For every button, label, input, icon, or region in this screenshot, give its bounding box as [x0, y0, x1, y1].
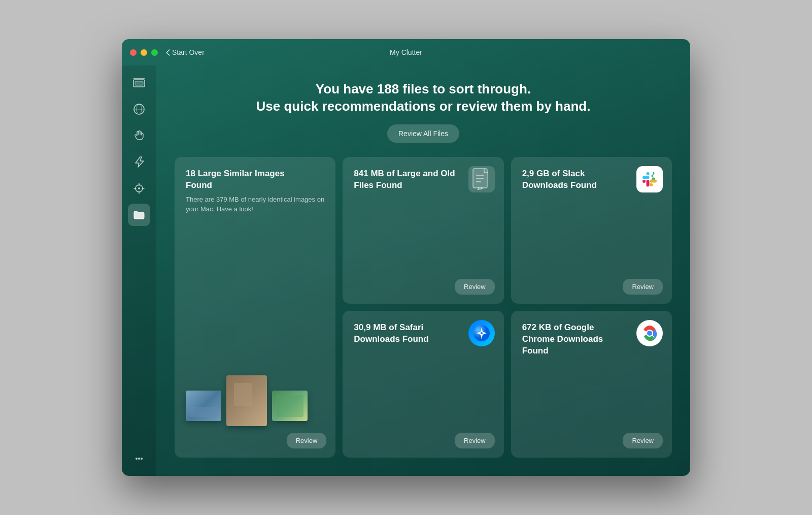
svg-text:ZIP: ZIP [477, 187, 483, 190]
card-title-old-files: 841 MB of Large and Old Files Found [354, 168, 458, 191]
slack-logo-icon [641, 171, 658, 187]
sidebar-item-lightning[interactable] [128, 151, 150, 173]
card-slack-downloads: 2,9 GB of Slack Downloads Found [511, 157, 672, 304]
card-large-old-files: 841 MB of Large and Old Files Found ZIP … [343, 157, 503, 304]
back-label: Start Over [172, 48, 205, 56]
hero-title-line2: Use quick recommendations or review them… [175, 98, 672, 115]
svg-point-25 [647, 331, 652, 336]
zip-icon: ZIP [468, 166, 495, 192]
lightning-icon [132, 155, 146, 169]
hero-title-line1: You have 188 files to sort through. [175, 81, 672, 98]
sphere-icon [132, 103, 146, 116]
svg-rect-17 [476, 178, 484, 179]
svg-rect-16 [476, 175, 484, 176]
card-large-similar-images: 18 Large Similar Images Found There are … [175, 157, 335, 458]
close-button[interactable] [130, 49, 137, 56]
main-window: Start Over My Clutter [122, 39, 690, 476]
folder-icon [132, 208, 146, 221]
review-button-chrome[interactable]: Review [623, 433, 663, 448]
sidebar-item-folder[interactable] [128, 204, 150, 226]
safari-logo-icon [473, 325, 490, 342]
chrome-logo-icon [641, 325, 658, 342]
review-button-safari[interactable]: Review [455, 433, 495, 448]
svg-rect-1 [135, 81, 143, 85]
back-button[interactable]: Start Over [166, 48, 205, 56]
sidebar [122, 66, 156, 476]
main-area: You have 188 files to sort through. Use … [122, 66, 690, 476]
card-title-safari: 30,9 MB of Safari Downloads Found [354, 322, 458, 345]
window-title: My Clutter [390, 48, 422, 56]
thumbnail-3 [272, 391, 308, 421]
card-title-slack: 2,9 GB of Slack Downloads Found [522, 168, 626, 191]
safari-icon [468, 320, 495, 346]
zip-file-icon: ZIP [472, 168, 491, 191]
slack-icon [636, 166, 663, 192]
card-subtitle-images: There are 379 MB of nearly identical ima… [186, 195, 324, 213]
hero-section: You have 188 files to sort through. Use … [175, 81, 672, 143]
titlebar: Start Over My Clutter [122, 39, 690, 66]
content-area: You have 188 files to sort through. Use … [156, 66, 690, 476]
sidebar-item-sphere[interactable] [128, 98, 150, 120]
cards-grid: 18 Large Similar Images Found There are … [175, 157, 672, 458]
hand-icon [132, 129, 146, 142]
minimize-button[interactable] [141, 49, 147, 56]
traffic-lights [130, 49, 158, 56]
back-chevron-icon [166, 49, 170, 56]
thumbnail-2 [226, 375, 267, 426]
review-button-slack[interactable]: Review [623, 279, 663, 295]
sidebar-item-scanner[interactable] [128, 72, 150, 94]
chrome-icon [636, 320, 663, 346]
card-chrome-downloads: 672 KB of Google Chrome Downloads Found [511, 311, 672, 458]
review-all-button[interactable]: Review All Files [387, 124, 459, 143]
hero-title: You have 188 files to sort through. Use … [175, 81, 672, 115]
dots-icon [132, 452, 146, 465]
sidebar-item-crosshair[interactable] [128, 177, 150, 200]
svg-point-14 [141, 458, 143, 460]
svg-point-13 [138, 458, 140, 460]
card-safari-downloads: 30,9 MB of Safari Downloads Found [343, 311, 503, 458]
card-title-chrome: 672 KB of Google Chrome Downloads Found [522, 322, 626, 357]
thumbnail-1 [186, 391, 221, 421]
card-title-images: 18 Large Similar Images Found [186, 168, 290, 191]
scanner-icon [132, 76, 146, 89]
thumbnails-area [186, 214, 324, 446]
sidebar-item-dots[interactable] [128, 447, 150, 470]
svg-rect-18 [476, 181, 481, 182]
sidebar-item-hand[interactable] [128, 124, 150, 147]
review-button-old-files[interactable]: Review [455, 279, 495, 295]
svg-point-7 [138, 187, 140, 189]
review-button-images[interactable]: Review [287, 433, 327, 448]
crosshair-icon [132, 182, 146, 195]
svg-point-22 [481, 332, 483, 334]
svg-point-12 [136, 458, 138, 460]
maximize-button[interactable] [151, 49, 158, 56]
